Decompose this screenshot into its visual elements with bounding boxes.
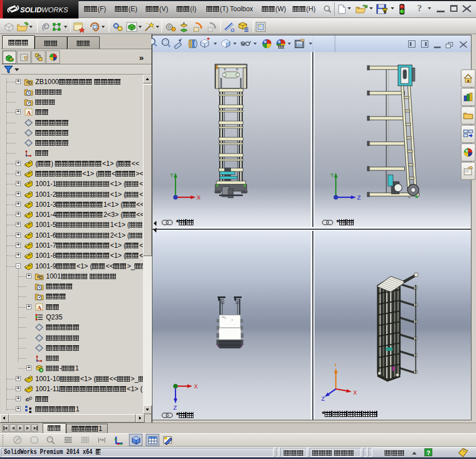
svg-text:Z: Z [173,405,177,411]
svg-text:Y: Y [334,364,338,368]
svg-text:Z: Z [321,396,325,402]
svg-text:X: X [353,390,357,396]
svg-text:SOLID: SOLID [20,6,41,14]
svg-text:A: A [38,305,42,311]
svg-text:X: X [197,194,201,201]
svg-text:Y: Y [170,172,174,179]
svg-text:WORKS: WORKS [41,6,68,14]
svg-text:A: A [27,110,31,116]
svg-text:Y: Y [330,172,334,179]
svg-text:Z: Z [357,194,361,201]
svg-text:X: X [194,383,198,390]
